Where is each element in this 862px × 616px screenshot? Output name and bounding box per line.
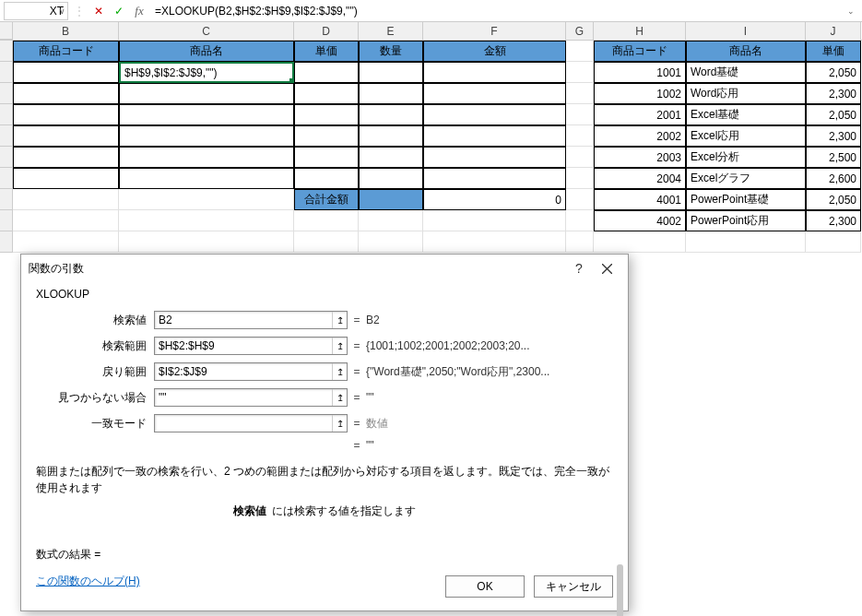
active-cell[interactable]: $H$9,$I$2:$J$9,"") xyxy=(119,62,294,83)
cell[interactable]: 2003 xyxy=(594,147,686,168)
col-header[interactable]: H xyxy=(594,22,686,40)
cell[interactable] xyxy=(359,168,423,189)
cell[interactable] xyxy=(13,104,119,125)
cell[interactable] xyxy=(13,62,119,83)
cell[interactable]: 2,300 xyxy=(806,125,861,147)
cell[interactable] xyxy=(423,168,566,189)
range-selector-icon[interactable]: ↥ xyxy=(332,363,347,380)
row-header[interactable] xyxy=(0,104,13,125)
col-header[interactable]: D xyxy=(294,22,359,40)
header-cell[interactable]: 単価 xyxy=(806,41,861,62)
total-value-cell[interactable]: 0 xyxy=(423,189,566,210)
cell[interactable] xyxy=(359,62,423,83)
cell[interactable] xyxy=(359,189,423,210)
cell[interactable] xyxy=(119,83,294,104)
cell[interactable]: 1002 xyxy=(594,83,686,104)
cell[interactable]: 2,050 xyxy=(806,62,861,83)
cell[interactable] xyxy=(806,231,861,253)
cell[interactable] xyxy=(119,168,294,189)
chevron-down-icon[interactable]: ∨ xyxy=(59,6,65,16)
cell[interactable] xyxy=(13,147,119,168)
scrollbar-thumb[interactable] xyxy=(617,564,623,616)
row-header[interactable] xyxy=(0,83,13,104)
cell[interactable]: 1001 xyxy=(594,62,686,83)
cell[interactable]: 2,600 xyxy=(806,168,861,189)
cell[interactable] xyxy=(294,231,359,253)
cell[interactable] xyxy=(294,147,359,168)
cell[interactable]: Excel基礎 xyxy=(686,104,806,125)
help-link[interactable]: この関数のヘルプ(H) xyxy=(36,575,140,587)
cell[interactable] xyxy=(119,147,294,168)
cell[interactable] xyxy=(294,62,359,83)
cell[interactable]: Excelグラフ xyxy=(686,168,806,189)
range-selector-icon[interactable]: ↥ xyxy=(332,389,347,406)
cell[interactable] xyxy=(359,104,423,125)
arg-input-if-not-found[interactable] xyxy=(154,388,348,407)
cell[interactable]: 2,500 xyxy=(806,147,861,168)
header-cell[interactable]: 商品コード xyxy=(13,41,119,62)
cell[interactable] xyxy=(359,147,423,168)
cell[interactable]: 4001 xyxy=(594,189,686,210)
range-selector-icon[interactable]: ↥ xyxy=(332,312,347,328)
cell[interactable]: Word応用 xyxy=(686,83,806,104)
cell[interactable]: Excel分析 xyxy=(686,147,806,168)
col-header[interactable]: I xyxy=(686,22,806,40)
cell[interactable] xyxy=(119,189,294,210)
help-icon[interactable]: ? xyxy=(565,257,593,279)
cell[interactable]: 2,050 xyxy=(806,189,861,210)
col-header[interactable]: C xyxy=(119,22,294,40)
row-header[interactable] xyxy=(0,41,13,62)
confirm-icon[interactable]: ✓ xyxy=(111,3,127,19)
cell[interactable]: 2,050 xyxy=(806,104,861,125)
cell[interactable] xyxy=(566,104,594,125)
cell[interactable] xyxy=(294,210,359,231)
row-header[interactable] xyxy=(0,189,13,210)
cell[interactable]: PowerPoint基礎 xyxy=(686,189,806,210)
cell[interactable]: Excel応用 xyxy=(686,125,806,147)
cell[interactable]: 2001 xyxy=(594,104,686,125)
cell[interactable] xyxy=(294,83,359,104)
col-header[interactable]: F xyxy=(423,22,566,40)
cell[interactable] xyxy=(13,83,119,104)
cell[interactable] xyxy=(423,210,566,231)
header-cell[interactable]: 金額 xyxy=(423,41,566,62)
col-header[interactable]: G xyxy=(566,22,594,40)
row-header[interactable] xyxy=(0,231,13,253)
cell[interactable] xyxy=(423,83,566,104)
cell[interactable] xyxy=(566,168,594,189)
cell[interactable]: Word基礎 xyxy=(686,62,806,83)
cell[interactable] xyxy=(13,125,119,147)
cell[interactable] xyxy=(119,231,294,253)
corner-cell[interactable] xyxy=(0,22,13,40)
cell[interactable] xyxy=(686,231,806,253)
cell[interactable] xyxy=(13,189,119,210)
dialog-titlebar[interactable]: 関数の引数 ? xyxy=(21,255,628,282)
cell[interactable] xyxy=(566,189,594,210)
row-header[interactable] xyxy=(0,168,13,189)
cell[interactable] xyxy=(423,231,566,253)
row-header[interactable] xyxy=(0,210,13,231)
cell[interactable] xyxy=(423,147,566,168)
fill-handle[interactable] xyxy=(289,78,294,83)
col-header[interactable]: B xyxy=(13,22,119,40)
cell[interactable] xyxy=(119,125,294,147)
cell[interactable] xyxy=(566,83,594,104)
cell[interactable]: PowerPoint応用 xyxy=(686,210,806,231)
header-cell[interactable]: 商品名 xyxy=(119,41,294,62)
header-cell[interactable]: 数量 xyxy=(359,41,423,62)
ok-button[interactable]: OK xyxy=(445,575,525,598)
cell[interactable] xyxy=(566,210,594,231)
arg-input-lookup-value[interactable] xyxy=(154,311,348,329)
range-selector-icon[interactable]: ↥ xyxy=(332,338,347,354)
cell[interactable]: 2,300 xyxy=(806,210,861,231)
cell[interactable] xyxy=(359,210,423,231)
cell[interactable] xyxy=(566,125,594,147)
cell[interactable]: 2004 xyxy=(594,168,686,189)
row-header[interactable] xyxy=(0,125,13,147)
total-label-cell[interactable]: 合計金額 xyxy=(294,189,359,210)
cell[interactable] xyxy=(566,41,594,62)
range-selector-icon[interactable]: ↥ xyxy=(332,415,347,432)
cell[interactable] xyxy=(13,210,119,231)
cell[interactable]: 2,300 xyxy=(806,83,861,104)
cell[interactable] xyxy=(423,125,566,147)
